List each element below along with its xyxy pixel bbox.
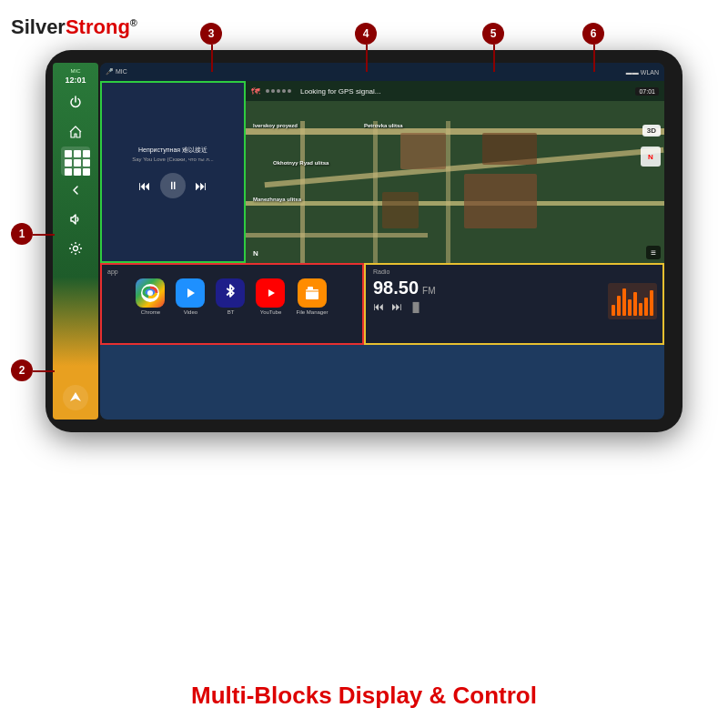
brand-strong: Strong <box>66 15 130 38</box>
power-icon[interactable] <box>63 90 88 116</box>
music-subtitle: Say You Love (Скажи, что ты л... <box>132 157 214 162</box>
mic-label: MIC <box>71 68 81 74</box>
map-gps-bar: 🗺 Looking for GPS signal... 07:01 <box>246 81 664 101</box>
app-section-label: app <box>107 268 357 275</box>
music-controls: ⏮ ⏸ ⏭ <box>138 173 207 198</box>
vol-down-icon[interactable] <box>63 207 88 232</box>
youtube-icon[interactable] <box>256 278 285 308</box>
map-signal-dots <box>266 89 291 93</box>
callout-2: 2 <box>11 359 33 381</box>
callout-1-line <box>33 234 55 236</box>
callout-6: 6 <box>582 23 604 45</box>
app-item-video[interactable]: Video <box>176 278 205 315</box>
brand-silver: Silver <box>11 15 66 38</box>
app-row-block: app <box>100 263 364 345</box>
radio-section-label: Radio <box>373 268 655 275</box>
callout-2-line <box>33 370 55 372</box>
radio-block: Radio 98.50 FM ⏮ ⏭ ▐▌ <box>364 263 664 345</box>
music-next-button[interactable]: ⏭ <box>195 178 207 193</box>
map-north-indicator: N <box>253 249 258 258</box>
map-background: lverskoy proyezd Petrovka ulitsa Okhotny… <box>246 101 664 263</box>
callout-3: 3 <box>200 23 222 45</box>
apps-grid-button[interactable] <box>63 148 88 174</box>
radio-equalizer <box>608 283 657 319</box>
video-label: Video <box>184 309 197 315</box>
device-container: MIC 12:01 <box>46 50 682 478</box>
callout-5-line <box>493 45 495 72</box>
chrome-label: Chrome <box>141 309 160 315</box>
app-item-bt[interactable]: BT <box>216 278 245 315</box>
map-time-badge: 07:01 <box>635 87 659 96</box>
screen-top-bar: 🎤 MIC ▬▬ WLAN <box>100 63 664 81</box>
screen: 🎤 MIC ▬▬ WLAN Неприступная 难以接近 Say You … <box>100 63 664 420</box>
callout-3-line <box>211 45 213 72</box>
bottom-text: Multi-Blocks Display & Control <box>0 682 728 710</box>
screen-status-right: ▬▬ WLAN <box>626 69 659 76</box>
svg-marker-5 <box>187 288 195 298</box>
left-sidebar: MIC 12:01 <box>53 63 98 420</box>
map-label-4: Manezhnaya ulitsa <box>253 197 301 202</box>
callout-4-line <box>366 45 368 72</box>
navigation-arrow-button[interactable] <box>63 385 88 410</box>
callout-5: 5 <box>482 23 504 45</box>
callout-6-line <box>593 45 595 72</box>
brand-reg: ® <box>130 17 137 28</box>
map-label-2: Petrovka ulitsa <box>364 123 403 128</box>
files-label: File Manager <box>296 309 328 315</box>
map-label-1: lverskoy proyezd <box>253 123 298 128</box>
app-item-chrome[interactable]: Chrome <box>136 278 165 315</box>
svg-point-4 <box>147 290 153 296</box>
home-icon[interactable] <box>63 119 88 145</box>
time-display: 12:01 <box>65 76 86 85</box>
youtube-label: YouTube <box>260 309 282 315</box>
svg-rect-9 <box>308 287 313 290</box>
map-compass: N <box>641 147 661 167</box>
files-icon[interactable] <box>298 278 327 308</box>
app-item-youtube[interactable]: YouTube <box>256 278 285 315</box>
radio-band: FM <box>422 286 435 296</box>
device-shell: MIC 12:01 <box>46 50 682 432</box>
music-prev-button[interactable]: ⏮ <box>138 178 151 193</box>
map-label-3: Okhotnyy Ryad ulitsa <box>273 160 329 166</box>
map-gps-text: Looking for GPS signal... <box>300 87 381 96</box>
radio-prev-button[interactable]: ⏮ <box>373 300 384 313</box>
app-item-files[interactable]: File Manager <box>296 278 328 315</box>
map-block: 🗺 Looking for GPS signal... 07:01 <box>246 81 664 263</box>
music-title: Неприступная 难以接近 <box>138 146 207 154</box>
chrome-icon[interactable] <box>136 278 165 308</box>
music-block: Неприступная 难以接近 Say You Love (Скажи, ч… <box>100 81 246 263</box>
back-icon[interactable] <box>63 177 88 203</box>
app-icons-row: Chrome Video <box>107 278 357 315</box>
map-icon: 🗺 <box>251 86 260 96</box>
radio-next-button[interactable]: ⏭ <box>391 300 402 313</box>
map-menu-button[interactable]: ≡ <box>646 246 661 259</box>
svg-marker-1 <box>70 392 81 401</box>
radio-signal-icon: ▐▌ <box>410 302 422 312</box>
callout-4: 4 <box>355 23 377 45</box>
svg-point-0 <box>74 247 78 251</box>
bt-label: BT <box>228 309 235 315</box>
callout-1: 1 <box>11 223 33 245</box>
video-icon[interactable] <box>176 278 205 308</box>
map-3d-button[interactable]: 3D <box>642 125 661 136</box>
screen-mic-indicator: 🎤 MIC <box>106 68 127 76</box>
brand-logo: SilverStrong® <box>11 15 137 39</box>
settings-icon[interactable] <box>63 236 88 261</box>
radio-frequency: 98.50 <box>373 278 419 297</box>
music-play-button[interactable]: ⏸ <box>160 173 186 198</box>
bluetooth-icon[interactable] <box>216 278 245 308</box>
